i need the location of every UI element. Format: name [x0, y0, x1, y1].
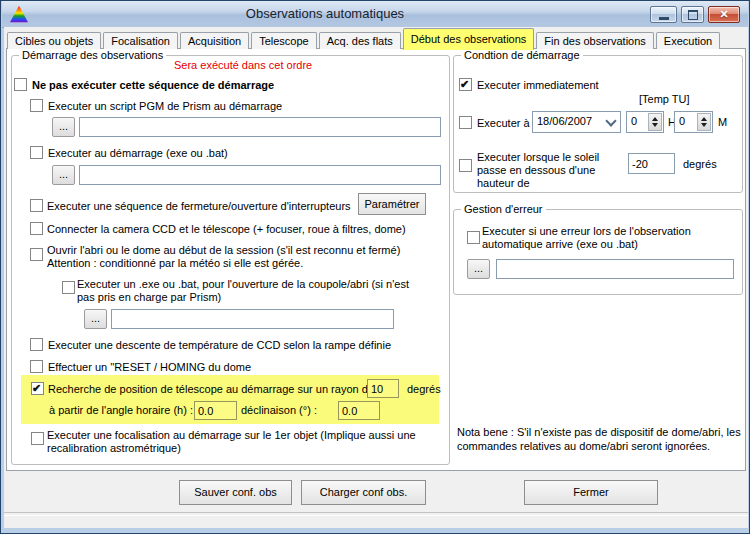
- error-exec-label: Executer si une erreur lors de l'observa…: [482, 225, 722, 251]
- checkbox-focus-startup[interactable]: [31, 432, 44, 445]
- restore-button[interactable]: [681, 6, 704, 23]
- hour-value: 0: [631, 115, 637, 127]
- tab-acq-des-flats[interactable]: Acq. des flats: [319, 32, 401, 49]
- chevron-down-icon[interactable]: [605, 115, 616, 126]
- sun-altitude-label: Executer lorsque le soleil passe en dess…: [477, 151, 629, 190]
- date-combobox[interactable]: 18/06/2007: [532, 111, 621, 133]
- spin-up-icon[interactable]: [701, 117, 707, 121]
- spin-down-icon[interactable]: [652, 123, 658, 127]
- tab-telescope[interactable]: Telescope: [251, 32, 317, 49]
- dome-exe-label: Executer un .exe ou .bat, pour l'ouvertu…: [77, 278, 412, 304]
- browse-script-button[interactable]: ...: [52, 117, 75, 137]
- checkbox-search-position[interactable]: [31, 382, 44, 395]
- minute-unit-label: M: [718, 116, 727, 128]
- open-dome-label: Ouvrir l'abri ou le dome au début de la …: [47, 244, 445, 270]
- checkbox-reset-homing[interactable]: [30, 360, 43, 373]
- sun-altitude-input[interactable]: [628, 153, 675, 174]
- checkbox-open-dome[interactable]: [30, 248, 43, 261]
- no-exec-label: Ne pas exécuter cette séquence de démarr…: [32, 79, 274, 91]
- tab-acquisition[interactable]: Acquisition: [180, 32, 249, 49]
- script-pgm-label: Executer un script PGM de Prism au démar…: [48, 100, 282, 112]
- parametrer-button[interactable]: Paramétrer: [358, 193, 426, 215]
- exec-now-label: Executer immediatement: [477, 79, 599, 91]
- group-title: Condtion de démarrage: [461, 49, 583, 61]
- exec-at-label: Executer à: [477, 117, 530, 129]
- footer-divider: [4, 512, 748, 516]
- spinner-buttons[interactable]: [648, 113, 662, 131]
- checkbox-dome-exe[interactable]: [62, 281, 75, 294]
- window-title: Observations automatiques: [2, 1, 648, 27]
- error-exe-path-input[interactable]: [496, 259, 734, 279]
- reset-homing-label: Effectuer un ''RESET / HOMING du dome: [48, 361, 251, 373]
- tab-execution[interactable]: Execution: [656, 32, 720, 49]
- dome-exe-path-input[interactable]: [111, 309, 394, 329]
- observations-automatiques-window: Observations automatiques ✕ Cibles ou ob…: [0, 0, 750, 534]
- browse-exec-bat-button[interactable]: ...: [52, 165, 75, 185]
- spin-down-icon[interactable]: [701, 123, 707, 127]
- date-value: 18/06/2007: [537, 115, 592, 127]
- tab-strip: Cibles ou objets Focalisation Acquisitio…: [7, 28, 722, 49]
- radius-input[interactable]: [367, 379, 399, 398]
- exec-bat-label: Executer au démarrage (exe ou .bat): [48, 147, 228, 159]
- minimize-button[interactable]: [650, 6, 677, 23]
- group-gestion-erreur: Gestion d'erreur: [453, 209, 743, 295]
- nota-bene-text: Nota bene : S'il n'existe pas de disposi…: [457, 425, 745, 453]
- order-note: Sera exécuté dans cet ordre: [174, 59, 312, 71]
- exec-bat-path-input[interactable]: [79, 165, 441, 185]
- script-path-input[interactable]: [79, 117, 441, 137]
- tab-focalisation[interactable]: Focalisation: [103, 32, 178, 49]
- fermer-button[interactable]: Fermer: [524, 480, 658, 505]
- close-icon: ✕: [719, 8, 728, 21]
- radius-unit-label: degrés: [407, 383, 441, 395]
- title-bar[interactable]: Observations automatiques ✕: [2, 1, 748, 28]
- close-button[interactable]: ✕: [708, 6, 740, 23]
- checkbox-exec-now[interactable]: [459, 78, 472, 91]
- hour-angle-label: à partir de l'angle horaire (h) :: [49, 404, 193, 416]
- spinner-buttons[interactable]: [697, 113, 711, 131]
- checkbox-error-exec[interactable]: [467, 231, 480, 244]
- switch-sequence-label: Executer une séquence de fermeture/ouver…: [47, 200, 351, 212]
- search-position-label: Recherche de position de télescope au dé…: [48, 383, 374, 395]
- temp-ramp-label: Executer une descente de température de …: [48, 339, 391, 351]
- group-title: Gestion d'erreur: [461, 203, 546, 215]
- browse-dome-exe-button[interactable]: ...: [84, 309, 107, 329]
- declination-input[interactable]: [338, 401, 380, 420]
- checkbox-connect-ccd[interactable]: [30, 222, 43, 235]
- tab-fin-des-observations[interactable]: Fin des observations: [536, 32, 654, 49]
- load-conf-button[interactable]: Charger conf obs.: [301, 480, 426, 505]
- browse-error-exe-button[interactable]: ...: [467, 259, 490, 279]
- focus-startup-label: Executer une focalisation au démarrage s…: [47, 429, 437, 455]
- checkbox-script-pgm[interactable]: [30, 99, 43, 112]
- hour-angle-input[interactable]: [194, 401, 237, 420]
- save-conf-button[interactable]: Sauver conf. obs: [179, 480, 292, 505]
- restore-icon: [688, 10, 698, 20]
- spin-up-icon[interactable]: [652, 117, 658, 121]
- declination-label: déclinaison (°) :: [241, 404, 317, 416]
- group-title: Démarrage des observations: [19, 49, 166, 61]
- hour-spinner[interactable]: 0: [626, 111, 664, 133]
- temp-tu-label: [Temp TU]: [639, 93, 690, 105]
- minimize-icon: [659, 17, 669, 20]
- tab-debut-des-observations[interactable]: Début des observations: [403, 28, 535, 50]
- checkbox-no-exec-sequence[interactable]: [14, 78, 27, 91]
- checkbox-temp-ramp[interactable]: [30, 338, 43, 351]
- checkbox-exec-at[interactable]: [459, 116, 472, 129]
- checkbox-exec-bat[interactable]: [30, 146, 43, 159]
- minute-spinner[interactable]: 0: [674, 111, 713, 133]
- sun-unit-label: degrés: [683, 158, 717, 170]
- checkbox-sun-altitude[interactable]: [459, 159, 472, 172]
- checkbox-switch-sequence[interactable]: [30, 199, 43, 212]
- tab-cibles-ou-objets[interactable]: Cibles ou objets: [7, 32, 101, 49]
- minute-value: 0: [679, 115, 685, 127]
- connect-ccd-label: Connecter la camera CCD et le télescope …: [47, 223, 406, 235]
